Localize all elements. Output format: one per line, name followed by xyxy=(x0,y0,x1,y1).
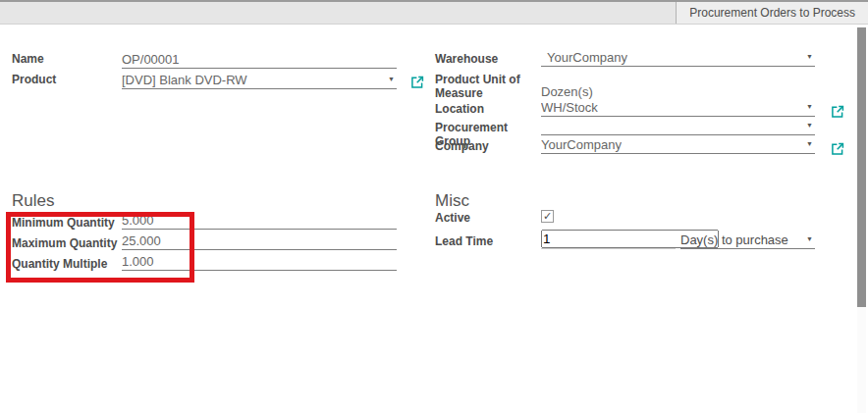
max-qty-label: Maximum Quantity xyxy=(12,235,122,250)
name-label: Name xyxy=(12,51,122,66)
product-field[interactable]: [DVD] Blank DVD-RW ▼ xyxy=(122,72,397,89)
external-link-icon[interactable] xyxy=(410,76,424,89)
product-value: [DVD] Blank DVD-RW xyxy=(122,73,247,88)
field-row-name: Name xyxy=(12,51,397,69)
chevron-down-icon[interactable]: ▼ xyxy=(800,121,815,134)
warehouse-field[interactable]: YourCompany ▼ xyxy=(541,51,815,67)
field-row-location: Location WH/Stock ▼ xyxy=(435,101,815,117)
company-value: YourCompany xyxy=(541,137,622,153)
uom-label: Product Unit of Measure xyxy=(435,72,541,100)
field-row-lead-time: Lead Time Day(s) to purchase ▼ xyxy=(435,233,815,249)
chevron-down-icon[interactable]: ▼ xyxy=(800,139,815,153)
field-row-procurement-group: Procurement Group ▼ xyxy=(435,120,815,135)
lead-time-label: Lead Time xyxy=(435,233,541,248)
top-bar: Procurement Orders to Process xyxy=(0,0,868,25)
max-qty-input[interactable] xyxy=(122,233,397,249)
chevron-down-icon: ▼ xyxy=(800,234,815,248)
lead-time-unit-select[interactable]: Day(s) to purchase ▼ xyxy=(680,233,815,249)
qty-multiple-input[interactable] xyxy=(122,254,397,270)
field-row-qty-multiple: Quantity Multiple xyxy=(12,256,397,271)
field-row-min-qty: Minimum Quantity xyxy=(12,215,397,230)
warehouse-label: Warehouse xyxy=(435,51,541,66)
field-row-max-qty: Maximum Quantity xyxy=(12,235,397,250)
field-row-uom: Product Unit of Measure Dozen(s) xyxy=(435,72,815,100)
vertical-scrollbar-thumb[interactable] xyxy=(857,27,866,307)
location-value: WH/Stock xyxy=(541,100,598,116)
chevron-down-icon[interactable]: ▼ xyxy=(800,52,815,66)
active-label: Active xyxy=(435,210,541,225)
chevron-down-icon[interactable]: ▼ xyxy=(800,102,815,116)
procurement-group-field[interactable]: ▼ xyxy=(541,120,815,135)
field-row-warehouse: Warehouse YourCompany ▼ xyxy=(435,51,815,67)
form-sheet: Name Product [DVD] Blank DVD-RW ▼ Wareho… xyxy=(0,25,868,413)
misc-section-title: Misc xyxy=(435,192,469,210)
chevron-down-icon[interactable]: ▼ xyxy=(382,75,397,88)
min-qty-input[interactable] xyxy=(122,213,397,229)
procurement-orders-to-process-button[interactable]: Procurement Orders to Process xyxy=(676,2,868,24)
vertical-scrollbar-track[interactable] xyxy=(857,25,866,413)
active-checkbox[interactable]: ✓ xyxy=(541,210,554,223)
rules-section-title: Rules xyxy=(12,192,54,210)
product-label: Product xyxy=(12,72,122,86)
field-row-company: Company YourCompany ▼ xyxy=(435,138,815,154)
name-input[interactable] xyxy=(122,52,397,68)
lead-time-unit-value: Day(s) to purchase xyxy=(680,232,788,248)
field-row-active: Active ✓ xyxy=(435,210,815,225)
qty-multiple-label: Quantity Multiple xyxy=(12,256,122,271)
location-field[interactable]: WH/Stock ▼ xyxy=(541,101,815,117)
company-label: Company xyxy=(435,138,541,153)
external-link-icon[interactable] xyxy=(831,142,844,156)
min-qty-label: Minimum Quantity xyxy=(12,215,122,230)
location-label: Location xyxy=(435,101,541,116)
company-field[interactable]: YourCompany ▼ xyxy=(541,138,815,154)
checkmark-icon: ✓ xyxy=(543,210,552,222)
uom-value: Dozen(s) xyxy=(541,84,593,100)
external-link-icon[interactable] xyxy=(831,105,844,119)
warehouse-value: YourCompany xyxy=(541,50,627,66)
field-row-product: Product [DVD] Blank DVD-RW ▼ xyxy=(12,72,397,89)
